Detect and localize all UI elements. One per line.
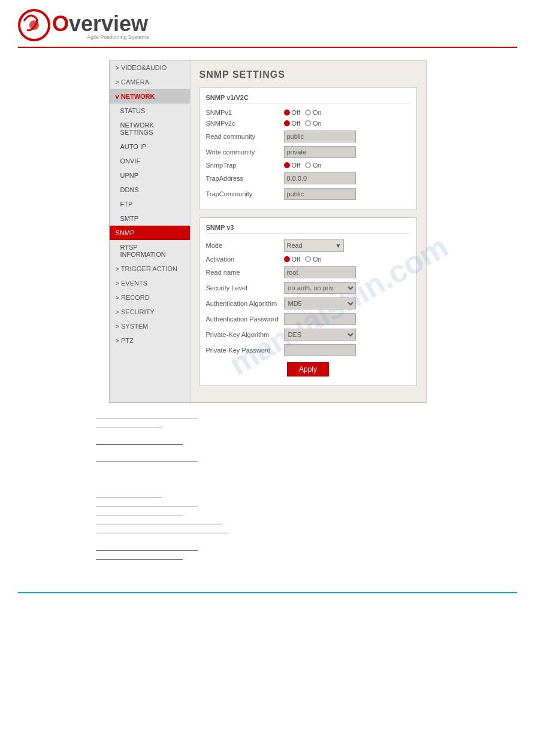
- read-name-input[interactable]: [284, 266, 356, 278]
- snmptrap-row: SnmpTrap Off On: [206, 162, 410, 169]
- security-level-select[interactable]: no auth, no priv auth, no priv auth, pri…: [284, 282, 356, 294]
- page-title: SNMP SETTINGS: [200, 69, 417, 80]
- mode-label: Mode: [206, 242, 284, 249]
- text-lines-section: [96, 418, 487, 560]
- snmpv2c-off-text: Off: [292, 120, 300, 127]
- text-line-11: [96, 559, 183, 560]
- read-name-label: Read name: [206, 269, 284, 276]
- svg-point-1: [29, 20, 39, 30]
- snmpv1-on-label[interactable]: On: [305, 109, 322, 116]
- sidebar-item-trigger-action[interactable]: > TRIGGER ACTION: [110, 262, 190, 276]
- activation-on-text: On: [313, 256, 322, 263]
- private-key-algorithm-wrapper: DES AES: [284, 329, 356, 341]
- private-key-algorithm-row: Private-Key Algorithm DES AES: [206, 329, 410, 341]
- logo-icon: [18, 9, 51, 42]
- snmpv2c-row: SNMPv2c Off On: [206, 120, 410, 127]
- logo-brand: Overview: [52, 11, 148, 36]
- snmpv1-off-radio[interactable]: [284, 110, 290, 116]
- snmp-v3-section: SNMP v3 Mode Read Write Read/Write ▼: [200, 217, 417, 386]
- snmp-v1v2c-section: SNMP v1/V2C SNMPv1 Off On: [200, 87, 417, 210]
- sidebar-item-smtp[interactable]: SMTP: [110, 211, 190, 226]
- sidebar-item-auto-ip[interactable]: AUTO IP: [110, 139, 190, 154]
- sidebar-item-ptz[interactable]: > PTZ: [110, 333, 190, 348]
- activation-off-text: Off: [292, 256, 300, 263]
- security-level-label: Security Level: [206, 284, 284, 292]
- activation-on-radio[interactable]: [305, 256, 311, 262]
- auth-algorithm-label: Authentication Algorithm: [206, 300, 284, 307]
- activation-off-label[interactable]: Off: [284, 256, 300, 263]
- text-line-1: [96, 418, 198, 418]
- sidebar-item-status[interactable]: STATUS: [110, 104, 190, 118]
- activation-on-label[interactable]: On: [305, 256, 322, 263]
- snmptrap-on-label[interactable]: On: [305, 162, 322, 169]
- snmptrap-on-radio[interactable]: [305, 162, 311, 168]
- text-line-5: [96, 497, 162, 497]
- sidebar-item-onvif[interactable]: ONVIF: [110, 154, 190, 168]
- sidebar-item-network-settings[interactable]: NETWORK SETTINGS: [110, 118, 190, 139]
- snmpv1-radio-group: Off On: [284, 109, 322, 116]
- sidebar-item-ftp[interactable]: FTP: [110, 197, 190, 211]
- private-key-password-input[interactable]: [284, 344, 356, 356]
- ui-panel: > VIDEO&AUDIO > CAMERA v NETWORK STATUS …: [109, 60, 427, 403]
- logo-subtitle: Agile Positioning Systems: [87, 34, 149, 40]
- activation-radio-group: Off On: [284, 256, 322, 263]
- text-line-2: [96, 427, 162, 427]
- snmpv1-label: SNMPv1: [206, 109, 284, 116]
- text-line-8: [96, 524, 222, 524]
- snmpv2c-off-radio[interactable]: [284, 120, 290, 126]
- private-key-password-label: Private-Key Password: [206, 347, 284, 354]
- snmpv2c-label: SNMPv2c: [206, 120, 284, 127]
- mode-row: Mode Read Write Read/Write ▼: [206, 239, 410, 252]
- content-area: SNMP SETTINGS SNMP v1/V2C SNMPv1 Off: [191, 60, 426, 402]
- snmpv2c-on-label[interactable]: On: [305, 120, 322, 127]
- footer-divider: [18, 592, 517, 593]
- mode-select-wrapper: Read Write Read/Write ▼: [284, 239, 344, 252]
- snmpv2c-on-radio[interactable]: [305, 120, 311, 126]
- write-community-label: Write community: [206, 148, 284, 156]
- private-key-password-row: Private-Key Password: [206, 344, 410, 356]
- apply-button[interactable]: Apply: [287, 362, 329, 377]
- activation-off-radio[interactable]: [284, 256, 290, 262]
- sidebar-item-system[interactable]: > SYSTEM: [110, 319, 190, 333]
- sidebar-item-snmp[interactable]: SNMP: [110, 226, 190, 240]
- read-community-row: Read community: [206, 130, 410, 142]
- write-community-input[interactable]: [284, 146, 356, 158]
- security-level-row: Security Level no auth, no priv auth, no…: [206, 282, 410, 294]
- read-community-input[interactable]: [284, 130, 356, 142]
- mode-select[interactable]: Read Write Read/Write: [284, 239, 344, 252]
- auth-password-input[interactable]: [284, 313, 356, 325]
- sidebar-item-camera[interactable]: > CAMERA: [110, 75, 190, 89]
- trap-community-input[interactable]: [284, 188, 356, 200]
- text-line-7: [96, 515, 183, 515]
- text-line-9: [96, 533, 228, 533]
- activation-row: Activation Off On: [206, 256, 410, 263]
- snmpv1-row: SNMPv1 Off On: [206, 109, 410, 116]
- activation-label: Activation: [206, 256, 284, 263]
- text-line-3: [96, 444, 183, 445]
- snmptrap-radio-group: Off On: [284, 162, 322, 169]
- trap-community-row: TrapCommunity: [206, 188, 410, 200]
- sidebar-item-events[interactable]: > EVENTS: [110, 276, 190, 290]
- auth-password-label: Authentication Password: [206, 315, 284, 323]
- sidebar-item-record[interactable]: > RECORD: [110, 290, 190, 305]
- auth-algorithm-row: Authentication Algorithm MD5 SHA: [206, 297, 410, 309]
- private-key-algorithm-select[interactable]: DES AES: [284, 329, 356, 341]
- snmptrap-off-label[interactable]: Off: [284, 162, 300, 169]
- snmpv1-on-text: On: [313, 109, 322, 116]
- trap-address-input[interactable]: [284, 172, 356, 184]
- text-line-6: [96, 506, 198, 506]
- snmpv1-on-radio[interactable]: [305, 110, 311, 116]
- sidebar-item-rtsp[interactable]: RTSP INFORMATION: [110, 240, 190, 262]
- sidebar-item-network[interactable]: v NETWORK: [110, 89, 190, 104]
- snmpv2c-off-label[interactable]: Off: [284, 120, 300, 127]
- snmpv1-off-text: Off: [292, 109, 300, 116]
- snmpv1-off-label[interactable]: Off: [284, 109, 300, 116]
- snmptrap-off-radio[interactable]: [284, 162, 290, 168]
- sidebar-item-video-audio[interactable]: > VIDEO&AUDIO: [110, 60, 190, 75]
- sidebar-item-ddns[interactable]: DDNS: [110, 183, 190, 197]
- auth-password-row: Authentication Password: [206, 313, 410, 325]
- auth-algorithm-select[interactable]: MD5 SHA: [284, 297, 356, 309]
- private-key-algorithm-label: Private-Key Algorithm: [206, 331, 284, 338]
- sidebar-item-upnp[interactable]: UPNP: [110, 168, 190, 183]
- sidebar-item-security[interactable]: > SECURITY: [110, 305, 190, 319]
